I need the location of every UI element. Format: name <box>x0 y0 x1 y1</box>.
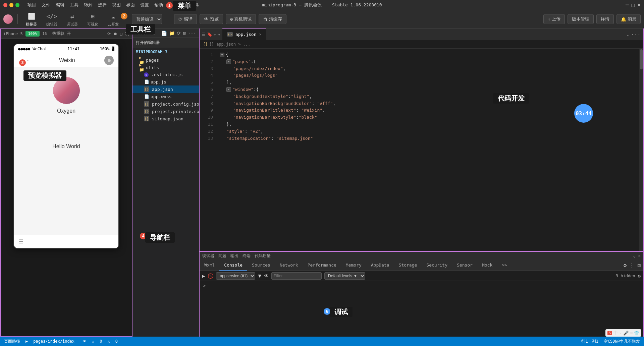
folder-icon-utils: ▶ 📁 <box>139 65 145 70</box>
debug-tab-sensor[interactable]: Sensor <box>452 260 477 271</box>
tab-close-btn[interactable]: ✕ <box>259 32 262 37</box>
more-explorer-icon[interactable]: ··· <box>188 31 196 36</box>
debug-tab-network[interactable]: Network <box>275 260 303 271</box>
collapse-explorer-icon[interactable]: ⊟ <box>183 31 185 36</box>
debug-tab-mock[interactable]: Mock <box>477 260 497 271</box>
nav-forward-icon[interactable]: → <box>218 32 220 37</box>
file-projectconfig[interactable]: {} project.config.json <box>132 100 199 108</box>
simulator-btn[interactable]: ⬜ 模拟器 <box>22 10 40 28</box>
upload-btn[interactable]: ↑ 上传 <box>543 14 565 24</box>
debug-tab-security[interactable]: Security <box>422 260 452 271</box>
settings-icon[interactable]: ⚙ <box>638 273 641 279</box>
eye-icon[interactable]: 👁 <box>264 273 269 279</box>
file-appwxss[interactable]: 📄 app.wxss <box>132 93 199 100</box>
debug-close-icon[interactable]: ✕ <box>638 253 641 258</box>
debug-topbar-issues[interactable]: 问题 <box>218 253 226 259</box>
cloud-btn[interactable]: ☁ 云开发 <box>104 10 122 28</box>
console-clear-icon[interactable]: 🚫 <box>208 273 213 279</box>
hot-reload-label[interactable]: 热重载 开 <box>52 31 71 37</box>
ime-mic[interactable]: 🎤 <box>623 331 629 336</box>
debug-topbar-terminal[interactable]: 终端 <box>243 253 251 259</box>
menu-item-interface[interactable]: 界面 <box>126 2 135 8</box>
file-eslintrc[interactable]: e .eslintrc.js <box>132 71 199 78</box>
window-close-icon[interactable]: ✕ <box>637 2 641 8</box>
debug-topbar-quality[interactable]: 代码质量 <box>255 253 271 259</box>
menu-item-view[interactable]: 视图 <box>112 2 121 8</box>
scrollbar-thumb[interactable] <box>640 49 643 69</box>
menu-item-edit[interactable]: 编辑 <box>56 2 64 8</box>
debug-tab-appdata[interactable]: AppData <box>366 260 394 271</box>
debug-topbar-output[interactable]: 输出 <box>230 253 238 259</box>
window-restore-icon[interactable]: □ <box>632 2 635 8</box>
bookmark-icon[interactable]: 🔖 <box>207 32 212 37</box>
file-appjs[interactable]: 📄 app.js <box>132 78 199 85</box>
nav-back-icon[interactable]: ← <box>214 32 216 37</box>
debug-settings-icon[interactable]: ⚙ <box>624 262 627 269</box>
debug-tab-storage[interactable]: Storage <box>394 260 422 271</box>
filter-input[interactable] <box>271 272 322 280</box>
window-minimize-icon[interactable]: ─ <box>626 2 629 8</box>
debug-tab-sources[interactable]: Sources <box>247 260 275 271</box>
file-projectprivateconfig[interactable]: {} project.private.config.json <box>132 108 199 115</box>
debug-panel-icon[interactable]: ⊡ <box>637 262 641 269</box>
service-select[interactable]: appservice (#1) <box>216 272 255 280</box>
level-select[interactable]: Default levels ▼ <box>324 272 365 280</box>
service-dropdown-icon[interactable]: ▼ <box>258 273 261 279</box>
lines-icon[interactable]: ☰ <box>202 32 206 37</box>
json-icon-projectprivate: {} <box>144 109 149 114</box>
debug-topbar-debugger[interactable]: 调试器 <box>202 253 214 259</box>
debug-tab-more[interactable]: >> <box>497 260 512 271</box>
debug-collapse-icon[interactable]: ⌄ <box>633 253 636 258</box>
real-debug-btn[interactable]: ⚙ 真机调试 <box>226 14 256 24</box>
status-path-value[interactable]: pages/index/index <box>33 339 74 344</box>
menu-item-settings[interactable]: 设置 <box>140 2 149 8</box>
clear-cache-btn[interactable]: 🗑 清缓存 <box>259 14 286 24</box>
debug-tab-wxml[interactable]: Wxml <box>200 260 219 271</box>
record-icon[interactable]: ⏺ <box>113 32 117 36</box>
ime-settings[interactable]: 👕 <box>634 331 639 336</box>
ime-punctuation[interactable]: · <box>619 331 622 336</box>
preview-btn[interactable]: 👁 预览 <box>200 14 223 24</box>
debug-options-icon[interactable]: ⋮ <box>629 262 635 269</box>
open-editors-section[interactable]: 打开的编辑器 <box>132 38 199 48</box>
menu-item-select[interactable]: 选择 <box>98 2 107 8</box>
compiler-select[interactable]: 普通编译 <box>132 14 162 24</box>
folder-utils[interactable]: ▶ 📁 utils <box>132 64 199 71</box>
file-sitemap[interactable]: {} sitemap.json <box>132 115 199 122</box>
refresh-icon[interactable]: ⟳ <box>107 32 111 36</box>
more-editor-icon[interactable]: ··· <box>631 31 641 38</box>
editor-btn[interactable]: </> 编辑器 <box>43 10 61 28</box>
refresh-explorer-icon[interactable]: ⟳ <box>177 31 181 36</box>
message-btn[interactable]: 🔔 消息 <box>616 14 641 24</box>
file-appjson[interactable]: {} app.json <box>132 85 199 93</box>
editor-tab-appjson[interactable]: {} app.json ✕ <box>222 28 267 40</box>
debug-tab-performance[interactable]: Performance <box>303 260 341 271</box>
debug-tab-console[interactable]: Console <box>219 260 247 271</box>
close-window-btn[interactable] <box>3 3 7 7</box>
compile-btn[interactable]: ⟳ 编译 <box>174 14 197 24</box>
debug-tab-memory[interactable]: Memory <box>341 260 366 271</box>
visualize-btn[interactable]: ⊞ 可视化 <box>84 10 102 28</box>
console-run-icon[interactable]: ▶ <box>202 273 205 279</box>
menu-item-devtools[interactable]: 微信开发者工具 <box>168 2 199 8</box>
new-file-icon[interactable]: 📄 <box>161 31 167 36</box>
ime-chinese[interactable]: 中 <box>613 330 618 336</box>
debug-tabs: Wxml Console Sources Network Performance… <box>200 260 643 271</box>
new-folder-icon[interactable]: 📁 <box>169 31 175 36</box>
menu-item-file[interactable]: 文件 <box>42 2 50 8</box>
expand-icon[interactable]: ⛶ <box>125 32 129 36</box>
maximize-window-btn[interactable] <box>15 3 19 7</box>
menu-item-help[interactable]: 帮助 <box>154 2 163 8</box>
status-eye-icon[interactable]: 👁 <box>83 339 87 344</box>
ime-keyboard[interactable]: ⌨ <box>630 331 633 336</box>
split-editor-icon[interactable]: ⫰ <box>627 31 630 38</box>
details-btn[interactable]: 详情 <box>596 14 614 24</box>
screenshot-icon[interactable]: □ <box>120 32 122 36</box>
minimize-window-btn[interactable] <box>9 3 13 7</box>
version-btn[interactable]: 版本管理 <box>568 14 594 24</box>
menu-item-tools[interactable]: 工具 <box>70 2 78 8</box>
menu-item-project[interactable]: 项目 <box>28 2 36 8</box>
console-content[interactable]: > <box>200 281 643 337</box>
menu-item-goto[interactable]: 转到 <box>84 2 93 8</box>
debug-btn[interactable]: ⇄ 调试器 <box>63 10 81 28</box>
